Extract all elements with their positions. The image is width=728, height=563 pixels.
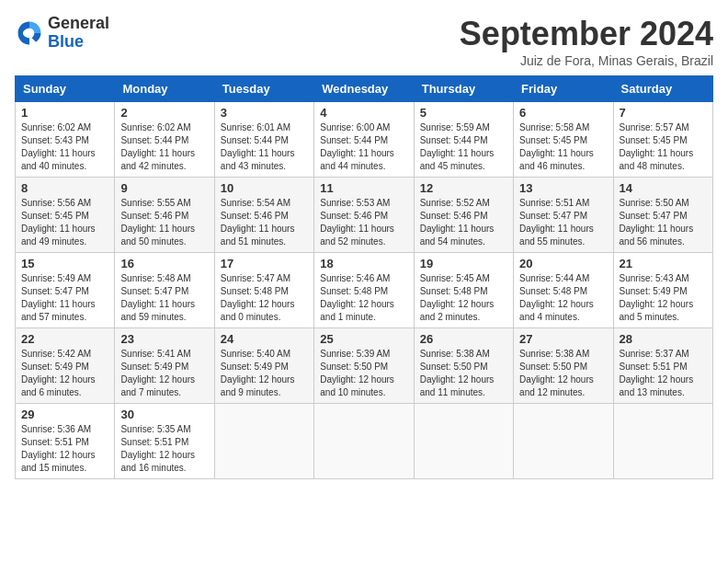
calendar-day-cell: 16Sunrise: 5:48 AMSunset: 5:47 PMDayligh… xyxy=(115,253,214,328)
day-info: Sunrise: 5:39 AMSunset: 5:50 PMDaylight:… xyxy=(320,348,407,399)
calendar-day-cell: 20Sunrise: 5:44 AMSunset: 5:48 PMDayligh… xyxy=(514,253,613,328)
title-block: September 2024 Juiz de Fora, Minas Gerai… xyxy=(460,15,713,68)
day-number: 6 xyxy=(519,106,607,120)
calendar-day-cell: 11Sunrise: 5:53 AMSunset: 5:46 PMDayligh… xyxy=(314,178,414,253)
day-number: 27 xyxy=(519,332,607,346)
calendar-day-cell: 1Sunrise: 6:02 AMSunset: 5:43 PMDaylight… xyxy=(16,102,115,178)
weekday-header: Saturday xyxy=(613,76,712,102)
day-number: 21 xyxy=(620,257,707,270)
calendar-day-cell: 4Sunrise: 6:00 AMSunset: 5:44 PMDaylight… xyxy=(314,102,414,178)
calendar-day-cell: 12Sunrise: 5:52 AMSunset: 5:46 PMDayligh… xyxy=(414,178,513,253)
logo-general-text: General xyxy=(48,14,109,32)
day-info: Sunrise: 5:40 AMSunset: 5:49 PMDaylight:… xyxy=(221,348,308,399)
calendar-day-cell xyxy=(514,404,613,479)
day-info: Sunrise: 5:41 AMSunset: 5:49 PMDaylight:… xyxy=(120,348,208,399)
calendar-day-cell: 7Sunrise: 5:57 AMSunset: 5:45 PMDaylight… xyxy=(613,102,712,178)
day-number: 8 xyxy=(21,181,108,195)
calendar-day-cell: 24Sunrise: 5:40 AMSunset: 5:49 PMDayligh… xyxy=(214,328,313,404)
day-number: 20 xyxy=(519,257,607,270)
calendar-day-cell xyxy=(314,404,414,479)
day-info: Sunrise: 5:47 AMSunset: 5:48 PMDaylight:… xyxy=(221,272,308,324)
calendar-day-cell: 15Sunrise: 5:49 AMSunset: 5:47 PMDayligh… xyxy=(16,253,115,328)
calendar-week-row: 15Sunrise: 5:49 AMSunset: 5:47 PMDayligh… xyxy=(16,253,713,328)
logo: General Blue xyxy=(15,15,109,52)
calendar-day-cell: 19Sunrise: 5:45 AMSunset: 5:48 PMDayligh… xyxy=(414,253,513,328)
day-info: Sunrise: 5:51 AMSunset: 5:47 PMDaylight:… xyxy=(519,197,607,248)
day-number: 17 xyxy=(221,257,308,270)
day-info: Sunrise: 6:00 AMSunset: 5:44 PMDaylight:… xyxy=(320,121,407,173)
calendar-day-cell xyxy=(214,404,313,479)
calendar-day-cell: 2Sunrise: 6:02 AMSunset: 5:44 PMDaylight… xyxy=(115,102,214,178)
day-number: 5 xyxy=(420,106,507,120)
weekday-header: Tuesday xyxy=(214,76,313,102)
day-info: Sunrise: 5:56 AMSunset: 5:45 PMDaylight:… xyxy=(21,197,108,248)
calendar-day-cell xyxy=(414,404,513,479)
day-number: 13 xyxy=(519,181,607,195)
calendar-day-cell: 27Sunrise: 5:38 AMSunset: 5:50 PMDayligh… xyxy=(514,328,613,404)
weekday-header: Wednesday xyxy=(314,76,414,102)
day-number: 3 xyxy=(221,106,308,120)
calendar-day-cell: 3Sunrise: 6:01 AMSunset: 5:44 PMDaylight… xyxy=(214,102,313,178)
day-info: Sunrise: 5:46 AMSunset: 5:48 PMDaylight:… xyxy=(320,272,407,324)
calendar-day-cell: 8Sunrise: 5:56 AMSunset: 5:45 PMDaylight… xyxy=(16,178,115,253)
day-info: Sunrise: 5:35 AMSunset: 5:51 PMDaylight:… xyxy=(120,423,208,475)
day-info: Sunrise: 6:02 AMSunset: 5:43 PMDaylight:… xyxy=(21,121,108,173)
day-info: Sunrise: 5:59 AMSunset: 5:44 PMDaylight:… xyxy=(420,121,507,173)
calendar-day-cell: 25Sunrise: 5:39 AMSunset: 5:50 PMDayligh… xyxy=(314,328,414,404)
day-number: 19 xyxy=(420,257,507,270)
day-number: 18 xyxy=(320,257,407,270)
calendar-day-cell: 29Sunrise: 5:36 AMSunset: 5:51 PMDayligh… xyxy=(16,404,115,479)
calendar-week-row: 8Sunrise: 5:56 AMSunset: 5:45 PMDaylight… xyxy=(16,178,713,253)
day-number: 23 xyxy=(120,332,208,346)
calendar-day-cell: 10Sunrise: 5:54 AMSunset: 5:46 PMDayligh… xyxy=(214,178,313,253)
day-number: 22 xyxy=(21,332,108,346)
calendar-day-cell: 6Sunrise: 5:58 AMSunset: 5:45 PMDaylight… xyxy=(514,102,613,178)
day-info: Sunrise: 6:01 AMSunset: 5:44 PMDaylight:… xyxy=(221,121,308,173)
day-info: Sunrise: 5:58 AMSunset: 5:45 PMDaylight:… xyxy=(519,121,607,173)
weekday-header: Monday xyxy=(115,76,214,102)
day-info: Sunrise: 5:54 AMSunset: 5:46 PMDaylight:… xyxy=(221,197,308,248)
day-number: 29 xyxy=(21,408,108,421)
day-info: Sunrise: 5:37 AMSunset: 5:51 PMDaylight:… xyxy=(620,348,707,399)
day-number: 12 xyxy=(420,181,507,195)
calendar-day-cell: 14Sunrise: 5:50 AMSunset: 5:47 PMDayligh… xyxy=(613,178,712,253)
day-number: 2 xyxy=(120,106,208,120)
weekday-header: Friday xyxy=(514,76,613,102)
day-number: 26 xyxy=(420,332,507,346)
day-info: Sunrise: 5:38 AMSunset: 5:50 PMDaylight:… xyxy=(420,348,507,399)
calendar-day-cell: 18Sunrise: 5:46 AMSunset: 5:48 PMDayligh… xyxy=(314,253,414,328)
calendar-day-cell xyxy=(613,404,712,479)
day-info: Sunrise: 5:52 AMSunset: 5:46 PMDaylight:… xyxy=(420,197,507,248)
day-info: Sunrise: 5:45 AMSunset: 5:48 PMDaylight:… xyxy=(420,272,507,324)
day-number: 11 xyxy=(320,181,407,195)
day-info: Sunrise: 5:48 AMSunset: 5:47 PMDaylight:… xyxy=(120,272,208,324)
day-number: 28 xyxy=(620,332,707,346)
calendar-day-cell: 5Sunrise: 5:59 AMSunset: 5:44 PMDaylight… xyxy=(414,102,513,178)
day-info: Sunrise: 5:53 AMSunset: 5:46 PMDaylight:… xyxy=(320,197,407,248)
calendar-week-row: 22Sunrise: 5:42 AMSunset: 5:49 PMDayligh… xyxy=(16,328,713,404)
logo-icon xyxy=(15,18,44,48)
day-number: 4 xyxy=(320,106,407,120)
calendar-day-cell: 26Sunrise: 5:38 AMSunset: 5:50 PMDayligh… xyxy=(414,328,513,404)
weekday-header: Thursday xyxy=(414,76,513,102)
location-subtitle: Juiz de Fora, Minas Gerais, Brazil xyxy=(460,53,713,68)
day-info: Sunrise: 5:43 AMSunset: 5:49 PMDaylight:… xyxy=(620,272,707,324)
day-info: Sunrise: 5:38 AMSunset: 5:50 PMDaylight:… xyxy=(519,348,607,399)
day-number: 30 xyxy=(120,408,208,421)
day-number: 14 xyxy=(620,181,707,195)
day-info: Sunrise: 5:42 AMSunset: 5:49 PMDaylight:… xyxy=(21,348,108,399)
calendar-day-cell: 13Sunrise: 5:51 AMSunset: 5:47 PMDayligh… xyxy=(514,178,613,253)
calendar-day-cell: 21Sunrise: 5:43 AMSunset: 5:49 PMDayligh… xyxy=(613,253,712,328)
day-info: Sunrise: 5:57 AMSunset: 5:45 PMDaylight:… xyxy=(620,121,707,173)
day-info: Sunrise: 5:50 AMSunset: 5:47 PMDaylight:… xyxy=(620,197,707,248)
day-number: 7 xyxy=(620,106,707,120)
calendar-day-cell: 17Sunrise: 5:47 AMSunset: 5:48 PMDayligh… xyxy=(214,253,313,328)
month-title: September 2024 xyxy=(460,15,713,53)
calendar-day-cell: 30Sunrise: 5:35 AMSunset: 5:51 PMDayligh… xyxy=(115,404,214,479)
day-info: Sunrise: 5:55 AMSunset: 5:46 PMDaylight:… xyxy=(120,197,208,248)
calendar-table: SundayMondayTuesdayWednesdayThursdayFrid… xyxy=(15,75,713,479)
calendar-day-cell: 28Sunrise: 5:37 AMSunset: 5:51 PMDayligh… xyxy=(613,328,712,404)
weekday-header: Sunday xyxy=(16,76,115,102)
day-info: Sunrise: 5:49 AMSunset: 5:47 PMDaylight:… xyxy=(21,272,108,324)
calendar-day-cell: 23Sunrise: 5:41 AMSunset: 5:49 PMDayligh… xyxy=(115,328,214,404)
